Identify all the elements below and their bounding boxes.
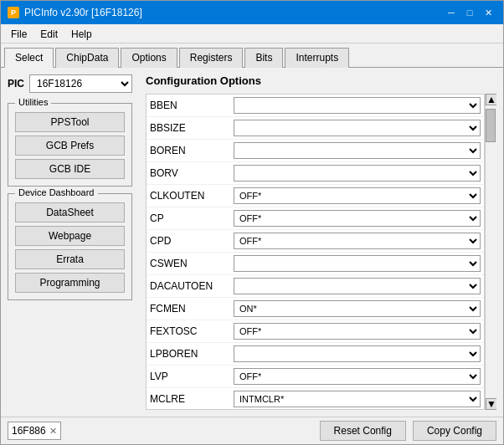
config-row-label: CSWEN xyxy=(150,258,234,269)
programming-button[interactable]: Programming xyxy=(15,273,125,293)
left-panel: PIC 16F18126 Utilities PPSTool GCB Prefs… xyxy=(1,68,139,417)
scrollbar[interactable]: ▲ ▼ xyxy=(485,94,496,410)
config-title: Configuration Options xyxy=(146,74,496,87)
device-dashboard-buttons: DataSheet Webpage Errata Programming xyxy=(15,202,125,293)
maximize-button[interactable]: □ xyxy=(461,5,478,20)
config-row: BBSIZE xyxy=(147,117,484,140)
config-row: DACAUTOEN xyxy=(147,275,484,298)
window-title: PICInfo v2.90r [16F18126] xyxy=(24,7,142,18)
config-row-label: FCMEN xyxy=(150,303,234,315)
title-bar: P PICInfo v2.90r [16F18126] ─ □ ✕ xyxy=(1,1,503,24)
config-row-label: CPD xyxy=(150,235,234,247)
scroll-up-button[interactable]: ▲ xyxy=(486,94,496,105)
config-row-label: DACAUTOEN xyxy=(150,280,234,292)
menu-edit[interactable]: Edit xyxy=(33,26,64,43)
title-bar-controls: ─ □ ✕ xyxy=(443,5,496,20)
menu-help[interactable]: Help xyxy=(64,26,99,43)
pic-selector: PIC 16F18126 xyxy=(8,74,132,93)
webpage-button[interactable]: Webpage xyxy=(15,226,125,246)
tab-registers[interactable]: Registers xyxy=(179,48,244,68)
bottom-chip-close-button[interactable]: ✕ xyxy=(49,426,57,437)
config-row: CLKOUTENOFF* xyxy=(147,185,484,207)
scrollbar-track-area xyxy=(486,105,496,398)
config-row-label: LPBOREN xyxy=(150,348,234,360)
gcb-ide-button[interactable]: GCB IDE xyxy=(15,159,125,179)
title-bar-title: P PICInfo v2.90r [16F18126] xyxy=(8,7,142,18)
reset-config-button[interactable]: Reset Config xyxy=(320,421,406,441)
bottom-bar: 16F886 ✕ Reset Config Copy Config xyxy=(1,417,503,444)
config-row-select[interactable] xyxy=(234,165,481,182)
ppstool-button[interactable]: PPSTool xyxy=(15,112,125,132)
minimize-button[interactable]: ─ xyxy=(443,5,460,20)
config-row: LPBOREN xyxy=(147,343,484,366)
config-row-select[interactable] xyxy=(234,345,481,362)
scroll-down-button[interactable]: ▼ xyxy=(486,398,496,410)
config-scroll: BBENBBSIZEBORENBORVCLKOUTENOFF*CPOFF*CPD… xyxy=(146,94,485,410)
config-row-label: BORV xyxy=(150,167,234,179)
config-row-select[interactable]: OFF* xyxy=(234,323,481,340)
errata-button[interactable]: Errata xyxy=(15,249,125,269)
config-row-select[interactable]: ON* xyxy=(234,300,481,317)
main-content: PIC 16F18126 Utilities PPSTool GCB Prefs… xyxy=(1,68,503,417)
bottom-chip: 16F886 ✕ xyxy=(8,422,61,440)
main-window: P PICInfo v2.90r [16F18126] ─ □ ✕ File E… xyxy=(0,0,504,445)
config-row-select[interactable]: INTMCLR* xyxy=(234,391,481,407)
config-row: BOREN xyxy=(147,140,484,162)
config-row-label: CLKOUTEN xyxy=(150,190,234,202)
config-row: CPOFF* xyxy=(147,207,484,230)
pic-dropdown[interactable]: 16F18126 xyxy=(29,74,132,93)
config-row-label: MCLRE xyxy=(150,393,234,405)
bottom-chip-label: 16F886 xyxy=(12,425,46,437)
config-row: CPDOFF* xyxy=(147,230,484,253)
menu-file[interactable]: File xyxy=(4,26,33,43)
menu-bar: File Edit Help xyxy=(1,24,503,43)
tab-interrupts[interactable]: Interrupts xyxy=(285,48,349,68)
config-row-select[interactable] xyxy=(234,255,481,272)
config-row-select[interactable] xyxy=(234,278,481,294)
config-row-select[interactable]: OFF* xyxy=(234,233,481,249)
config-row-select[interactable]: OFF* xyxy=(234,187,481,204)
config-row-select[interactable] xyxy=(234,97,481,114)
scrollbar-thumb[interactable] xyxy=(486,109,496,142)
config-row-label: BOREN xyxy=(150,145,234,156)
config-row: FEXTOSCOFF* xyxy=(147,320,484,343)
tab-select[interactable]: Select xyxy=(4,48,54,68)
config-row-label: FEXTOSC xyxy=(150,325,234,337)
tab-options[interactable]: Options xyxy=(121,48,177,68)
config-row: CSWEN xyxy=(147,253,484,275)
copy-config-button[interactable]: Copy Config xyxy=(413,421,496,441)
tab-bits[interactable]: Bits xyxy=(244,48,283,68)
right-panel: Configuration Options BBENBBSIZEBORENBOR… xyxy=(139,68,503,417)
config-row-label: BBSIZE xyxy=(150,122,234,134)
tab-bar: Select ChipData Options Registers Bits I… xyxy=(1,43,503,68)
config-row-label: LVP xyxy=(150,371,234,382)
config-row: LVPOFF* xyxy=(147,366,484,388)
utilities-buttons: PPSTool GCB Prefs GCB IDE xyxy=(15,112,125,179)
device-dashboard-title: Device Dashboard xyxy=(15,187,98,197)
pic-label: PIC xyxy=(8,78,24,90)
config-row: BBEN xyxy=(147,95,484,117)
device-dashboard-group: Device Dashboard DataSheet Webpage Errat… xyxy=(8,193,132,300)
utilities-group-title: Utilities xyxy=(15,97,51,107)
datasheet-button[interactable]: DataSheet xyxy=(15,202,125,222)
utilities-group: Utilities PPSTool GCB Prefs GCB IDE xyxy=(8,103,132,187)
gcb-prefs-button[interactable]: GCB Prefs xyxy=(15,136,125,156)
config-row-select[interactable] xyxy=(234,142,481,159)
tab-chipdata[interactable]: ChipData xyxy=(55,48,119,68)
config-row-select[interactable] xyxy=(234,120,481,136)
config-row: FCMENON* xyxy=(147,298,484,320)
close-button[interactable]: ✕ xyxy=(480,5,496,20)
config-row-label: BBEN xyxy=(150,100,234,111)
config-row: MCLREINTMCLR* xyxy=(147,388,484,410)
config-row-label: CP xyxy=(150,212,234,224)
config-row-select[interactable]: OFF* xyxy=(234,368,481,385)
app-icon: P xyxy=(8,7,19,18)
config-row: BORV xyxy=(147,162,484,185)
config-row-select[interactable]: OFF* xyxy=(234,210,481,227)
